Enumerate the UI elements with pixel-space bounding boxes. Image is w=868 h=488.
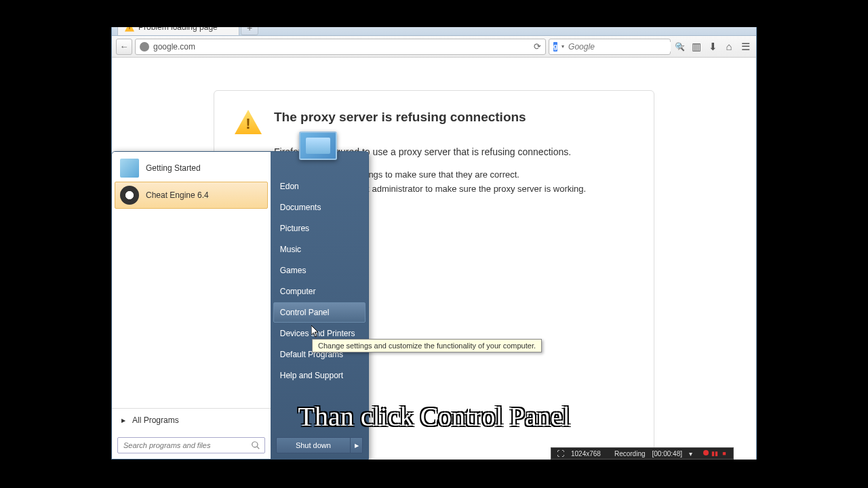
getting-started-icon (120, 159, 139, 178)
recorder-status: Recording (614, 450, 646, 458)
error-title: The proxy server is refusing connections (274, 110, 526, 125)
home-icon[interactable]: ⌂ (722, 40, 736, 54)
start-search-wrapper (112, 432, 271, 459)
url-bar[interactable]: ⟳ (135, 39, 546, 55)
recorder-chevron-icon[interactable]: ▾ (689, 450, 692, 458)
shutdown-button[interactable]: Shut down (276, 437, 351, 453)
record-icon[interactable] (703, 450, 709, 455)
start-right-games[interactable]: Games (273, 260, 366, 281)
letterbox-bottom (0, 460, 868, 488)
start-right-user[interactable]: Edon (273, 176, 366, 197)
program-getting-started[interactable]: Getting Started (115, 155, 268, 182)
mouse-cursor-icon (311, 325, 319, 338)
search-bar[interactable]: g ▾ 🔍 (549, 39, 671, 55)
pause-icon[interactable]: ▮▮ (711, 450, 718, 457)
start-right-pictures[interactable]: Pictures (273, 218, 366, 239)
start-right-music[interactable]: Music (273, 239, 366, 260)
google-icon: g (553, 42, 557, 52)
url-input[interactable] (153, 42, 530, 52)
shutdown-group: Shut down ▶ (276, 437, 363, 453)
recorder-status-bar: ⛶ 1024x768 Recording [00:00:48] ▾ ▮▮ ■ (551, 447, 734, 460)
control-panel-tooltip: Change settings and customize the functi… (312, 339, 542, 352)
start-right-documents[interactable]: Documents (273, 197, 366, 218)
stop-icon[interactable]: ■ (721, 450, 728, 457)
menu-icon[interactable]: ☰ (738, 40, 752, 54)
reload-icon[interactable]: ⟳ (534, 41, 541, 52)
recorder-time: [00:00:48] (652, 450, 682, 458)
bookmark-star-icon[interactable]: ☆ (673, 40, 687, 54)
program-label: Getting Started (146, 163, 201, 173)
program-label: Cheat Engine 6.4 (146, 190, 209, 200)
warning-large-icon (235, 110, 262, 134)
video-caption: Than click Control Panel (0, 401, 868, 432)
globe-icon (140, 42, 149, 52)
library-icon[interactable]: ▥ (690, 40, 703, 54)
start-right-computer[interactable]: Computer (273, 281, 366, 302)
shutdown-options-button[interactable]: ▶ (351, 437, 363, 453)
nav-toolbar: ← ⟳ g ▾ 🔍 ☆ ▥ ⬇ ⌂ ☰ (112, 36, 756, 58)
start-search-input[interactable] (117, 437, 265, 453)
downloads-icon[interactable]: ⬇ (706, 40, 719, 54)
user-picture[interactable] (299, 131, 337, 160)
start-right-control-panel[interactable]: Control Panel (273, 302, 366, 323)
back-button[interactable]: ← (116, 39, 132, 55)
start-programs-list: Getting Started Cheat Engine 6.4 (112, 152, 271, 408)
search-input[interactable] (568, 42, 671, 52)
letterbox-top (0, 0, 868, 27)
program-cheat-engine[interactable]: Cheat Engine 6.4 (115, 182, 268, 209)
crop-icon[interactable]: ⛶ (557, 449, 564, 458)
recorder-resolution: 1024x768 (571, 450, 601, 458)
start-right-help[interactable]: Help and Support (273, 365, 366, 386)
cheat-engine-icon (120, 186, 139, 205)
